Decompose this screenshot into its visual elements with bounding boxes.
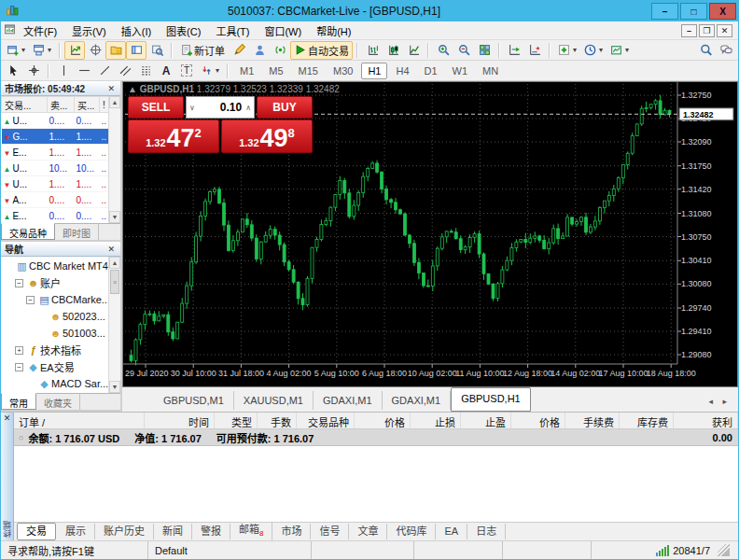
scroll-down-icon[interactable]: ▼: [109, 381, 120, 393]
orders-column-header[interactable]: 止损: [411, 413, 461, 428]
collapse-icon[interactable]: −: [26, 296, 35, 304]
market-watch-scrollbar[interactable]: ▲ ▼: [108, 96, 120, 223]
terminal-tab[interactable]: 展示: [57, 524, 95, 539]
tree-item[interactable]: +技术指标: [1, 342, 120, 358]
orders-column-header[interactable]: 手续费: [565, 413, 620, 428]
timeframe-h4[interactable]: H4: [389, 63, 415, 79]
volume-input[interactable]: ∨ 0.10 ∧: [186, 96, 255, 119]
menu-item[interactable]: 插入(I): [114, 24, 159, 39]
terminal-tab[interactable]: 邮箱8: [230, 522, 272, 541]
tree-item[interactable]: 502023...: [1, 308, 120, 325]
menu-item[interactable]: 文件(F): [16, 24, 64, 39]
expand-icon[interactable]: +: [15, 346, 23, 355]
cursor-tool[interactable]: [3, 62, 23, 80]
collapse-icon[interactable]: −: [15, 279, 23, 287]
periods-button[interactable]: ▾: [580, 41, 607, 60]
tree-item[interactable]: CBC Market MT4: [1, 258, 120, 274]
scroll-up-icon[interactable]: ▲: [109, 96, 120, 108]
terminal-close-icon[interactable]: ✕: [2, 413, 13, 423]
crosshair-tool[interactable]: [23, 62, 44, 80]
tree-item[interactable]: −CBCMarke...: [1, 291, 120, 308]
arrows-tool[interactable]: ▾: [197, 62, 223, 80]
buy-price-button[interactable]: 1.32 49 8: [221, 119, 313, 153]
market-watch-column-header[interactable]: 卖...: [48, 97, 75, 113]
orders-column-header[interactable]: 时间: [145, 413, 215, 428]
chart-tab[interactable]: GDAXI,M1: [383, 391, 452, 410]
menu-item[interactable]: 图表(C): [159, 24, 208, 39]
trendline-tool[interactable]: [94, 62, 115, 80]
market-watch-row[interactable]: ▲E...0....0......: [2, 208, 111, 224]
menu-item[interactable]: 显示(V): [64, 24, 114, 39]
timeframe-d1[interactable]: D1: [418, 63, 444, 79]
window-minimize-button[interactable]: –: [651, 3, 678, 20]
market-watch-row[interactable]: ▲U...0....0......: [2, 113, 111, 129]
tree-item[interactable]: −账户: [1, 274, 120, 291]
orders-column-header[interactable]: 订单 /: [14, 413, 145, 428]
zoom-in-button[interactable]: [433, 41, 453, 60]
market-watch-toggle[interactable]: [64, 41, 85, 60]
orders-column-header[interactable]: 类型: [215, 413, 258, 428]
window-maximize-button[interactable]: □: [680, 3, 707, 20]
market-watch-row[interactable]: ▼G...1....1......: [2, 129, 111, 145]
market-watch-tab[interactable]: 即时图: [55, 224, 99, 240]
orders-column-header[interactable]: 手数: [258, 413, 297, 428]
bar-chart-button[interactable]: [362, 41, 383, 60]
chart-close-button[interactable]: ✕: [717, 24, 732, 37]
vertical-line-tool[interactable]: [53, 62, 74, 80]
chart-window-icon[interactable]: [4, 23, 16, 37]
chart-tab[interactable]: GBPUSD,H1: [451, 387, 531, 412]
market-watch-row[interactable]: ▼A...0....0......: [2, 192, 111, 208]
profiles-button[interactable]: ▾: [29, 41, 55, 60]
line-chart-button[interactable]: [403, 41, 424, 60]
market-watch-close-icon[interactable]: ✕: [105, 84, 117, 93]
terminal-tab[interactable]: 市场: [272, 524, 311, 539]
chat-button[interactable]: [716, 41, 736, 60]
chart-area[interactable]: ▲ GBPUSD,H1 1.32379 1.32523 1.32339 1.32…: [122, 81, 738, 387]
navigator-close-icon[interactable]: ✕: [105, 245, 117, 254]
orders-column-header[interactable]: 价格: [355, 413, 411, 428]
market-watch-row[interactable]: ▲U...10...10.....: [2, 161, 111, 176]
terminal-tab[interactable]: 账户历史: [95, 524, 154, 539]
volume-up-icon[interactable]: ∧: [245, 104, 251, 112]
orders-column-header[interactable]: 价格: [511, 413, 565, 428]
market-watch-column-header[interactable]: 交易...: [2, 97, 48, 113]
indicators-button[interactable]: ▾: [554, 41, 580, 60]
navigator-tab[interactable]: 收藏夹: [36, 394, 80, 410]
terminal-tab[interactable]: 信号: [311, 524, 349, 539]
chart-restore-button[interactable]: ❐: [699, 24, 715, 37]
zoom-out-button[interactable]: [453, 41, 474, 60]
market-watch-row[interactable]: ▼U...1....1......: [2, 176, 111, 192]
new-chart-button[interactable]: ▾: [3, 41, 29, 60]
timeframe-mn[interactable]: MN: [476, 63, 505, 79]
community-button[interactable]: [249, 41, 270, 60]
fibonacci-tool[interactable]: [135, 62, 156, 80]
orders-column-header[interactable]: 库存费: [620, 413, 674, 428]
volume-value[interactable]: 0.10: [195, 101, 245, 114]
resize-grip[interactable]: [718, 544, 730, 556]
chart-tabs-scroll-icons[interactable]: ◂ ▸: [708, 397, 738, 412]
data-window-toggle[interactable]: [85, 41, 105, 60]
timeframe-m5[interactable]: M5: [262, 63, 289, 79]
signals-button[interactable]: [270, 41, 290, 60]
channel-tool[interactable]: [115, 62, 135, 80]
window-close-button[interactable]: X: [709, 3, 736, 20]
navigator-toggle[interactable]: [105, 41, 126, 60]
terminal-tab[interactable]: 新闻: [154, 524, 192, 539]
timeframe-m30[interactable]: M30: [327, 63, 359, 79]
orders-column-header[interactable]: 止盈: [461, 413, 511, 428]
timeframe-m1[interactable]: M1: [233, 63, 260, 79]
scroll-down-icon[interactable]: ▼: [109, 211, 120, 223]
terminal-tab[interactable]: 警报: [192, 524, 230, 539]
tile-windows-button[interactable]: [474, 41, 495, 60]
sell-price-button[interactable]: 1.32 47 2: [128, 119, 219, 153]
scroll-up-icon[interactable]: ▲: [109, 257, 120, 269]
terminal-toggle[interactable]: [126, 41, 146, 60]
auto-scroll-button[interactable]: [524, 41, 545, 60]
chart-shift-button[interactable]: [504, 41, 524, 60]
timeframe-m15[interactable]: M15: [292, 63, 325, 79]
terminal-tab[interactable]: 代码库: [387, 524, 436, 539]
templates-button[interactable]: ▾: [607, 41, 633, 60]
market-watch-column-header[interactable]: 买...: [75, 97, 100, 113]
horizontal-line-tool[interactable]: [74, 62, 94, 80]
orders-column-header[interactable]: 交易品种: [297, 413, 355, 428]
